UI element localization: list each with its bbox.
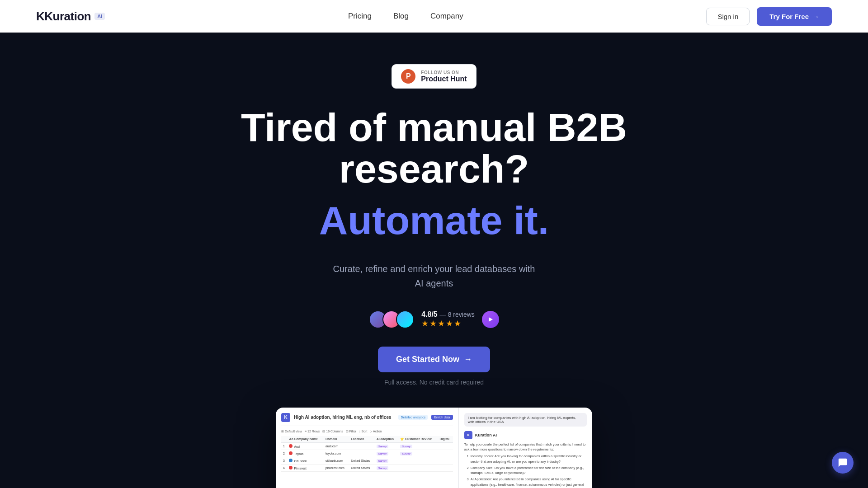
enrich-badge[interactable]: Enrich data xyxy=(431,415,453,420)
navbar: KKuration AI Pricing Blog Company Sign i… xyxy=(0,0,868,33)
chat-ai-header: K Kuration AI xyxy=(464,431,587,439)
play-icon xyxy=(487,316,494,323)
nav-links: Pricing Blog Company xyxy=(348,12,463,21)
chat-ai-logo: K xyxy=(464,431,472,439)
analytics-badge[interactable]: Detailed analytics xyxy=(398,415,428,420)
app-chat-panel: I am looking for companies with high AI … xyxy=(459,408,592,488)
reviews-count: 8 reviews xyxy=(448,311,475,318)
ai-response-intro: To help you curate the perfect list of c… xyxy=(464,442,587,452)
svg-marker-0 xyxy=(489,317,493,322)
hero-subtitle-line1: Curate, refine and enrich your lead data… xyxy=(333,264,535,274)
hero-subtitle: Curate, refine and enrich your lead data… xyxy=(333,262,535,291)
chat-query: I am looking for companies with high AI … xyxy=(464,413,587,427)
nav-item-blog[interactable]: Blog xyxy=(393,12,409,21)
table-row: 4 Pinterest pinterest.com United States … xyxy=(281,464,453,471)
get-started-button[interactable]: Get Started Now → xyxy=(378,347,490,372)
col-check xyxy=(281,436,287,443)
table-header: K High AI adoption, hiring ML eng, nb of… xyxy=(281,413,453,426)
logo: KKuration AI xyxy=(36,9,105,23)
ai-badge: AI xyxy=(94,13,105,20)
rating-score: 4.8/5 xyxy=(421,310,438,318)
avatars xyxy=(369,310,414,328)
chat-support-button[interactable] xyxy=(832,452,854,474)
col-domain: Domain xyxy=(324,436,349,443)
ai-question-3: AI Application: Are you interested in co… xyxy=(471,477,587,488)
toolbar-action[interactable]: ▷ Action xyxy=(370,430,382,433)
nav-link-company[interactable]: Company xyxy=(430,12,463,20)
cta-arrow: → xyxy=(464,355,472,364)
toolbar-rows[interactable]: ≡ 12 Rows xyxy=(305,430,320,433)
chat-ai-name: Kuration AI xyxy=(475,433,497,437)
nav-item-pricing[interactable]: Pricing xyxy=(348,12,372,21)
hero-title-line1: Tired of manual B2B xyxy=(241,105,627,150)
star-rating: ★★★★★ xyxy=(421,319,475,328)
table-header-row: Ao Company name Domain Location AI adopt… xyxy=(281,436,453,443)
cta-note: Full access. No credit card required xyxy=(384,379,484,386)
table-toolbar: ⊞ Default view ≡ 12 Rows ⊟ 16 Columns ⊡ … xyxy=(281,430,453,433)
app-preview: K High AI adoption, hiring ML eng, nb of… xyxy=(276,408,592,488)
product-hunt-badge[interactable]: P FOLLOW US ON Product Hunt xyxy=(392,64,476,89)
hero-title: Tired of manual B2B research? xyxy=(241,107,627,190)
cta-label: Get Started Now xyxy=(396,355,459,364)
ai-question-2: Company Size: Do you have a preference f… xyxy=(471,465,587,476)
nav-link-pricing[interactable]: Pricing xyxy=(348,12,372,20)
hero-title-accent: Automate it. xyxy=(319,197,549,244)
col-company: Ao Company name xyxy=(287,436,323,443)
col-review: ⭐ Customer Review xyxy=(398,436,438,443)
logo-text: KKuration xyxy=(36,9,91,23)
chat-content: To help you curate the perfect list of c… xyxy=(464,442,587,488)
ph-text: FOLLOW US ON Product Hunt xyxy=(421,70,467,83)
ai-question-1: Industry Focus: Are you looking for comp… xyxy=(471,454,587,464)
col-location: Location xyxy=(349,436,374,443)
signin-button[interactable]: Sign in xyxy=(706,8,750,25)
ph-follow-text: FOLLOW US ON xyxy=(421,70,467,75)
logo-wordmark: Kuration xyxy=(44,9,91,23)
nav-link-blog[interactable]: Blog xyxy=(393,12,409,20)
nav-item-company[interactable]: Company xyxy=(430,12,463,21)
table-title: High AI adoption, hiring ML eng, nb of o… xyxy=(294,415,395,420)
rating-info: 4.8/5 — 8 reviews ★★★★★ xyxy=(421,310,475,328)
rating-dash: — xyxy=(439,311,446,318)
product-hunt-icon: P xyxy=(401,69,415,84)
hero-section: P FOLLOW US ON Product Hunt Tired of man… xyxy=(0,33,868,488)
table-logo: K xyxy=(281,413,290,422)
toolbar-filter[interactable]: ⊡ Filter xyxy=(346,430,357,433)
ai-questions: Industry Focus: Are you looking for comp… xyxy=(464,454,587,488)
col-ai: AI adoption xyxy=(375,436,398,443)
data-table: Ao Company name Domain Location AI adopt… xyxy=(281,436,453,472)
hero-subtitle-line2: AI agents xyxy=(415,278,453,288)
nav-actions: Sign in Try For Free → xyxy=(706,7,832,26)
ph-name-text: Product Hunt xyxy=(421,75,467,83)
toolbar-sort[interactable]: ↕ Sort xyxy=(359,430,367,433)
logo-k: K xyxy=(36,9,44,23)
hero-title-line2: research? xyxy=(339,146,529,191)
play-button[interactable] xyxy=(482,311,499,328)
table-row: 1 Audi audi.com Survey Survey xyxy=(281,442,453,450)
social-proof: 4.8/5 — 8 reviews ★★★★★ xyxy=(369,310,499,328)
try-for-free-button[interactable]: Try For Free → xyxy=(757,7,832,26)
try-label: Try For Free xyxy=(769,13,809,20)
table-row: 3 Citi Bank citibank.com United States S… xyxy=(281,457,453,464)
try-arrow: → xyxy=(812,13,819,20)
table-row: 2 Toyota toyota.com Survey Survey xyxy=(281,450,453,457)
avatar-3 xyxy=(396,310,414,328)
col-digital: Digital xyxy=(438,436,453,443)
chat-icon xyxy=(838,458,848,468)
app-table-panel: K High AI adoption, hiring ML eng, nb of… xyxy=(276,408,459,488)
toolbar-defaultview[interactable]: ⊞ Default view xyxy=(281,430,302,433)
toolbar-cols[interactable]: ⊟ 16 Columns xyxy=(322,430,343,433)
